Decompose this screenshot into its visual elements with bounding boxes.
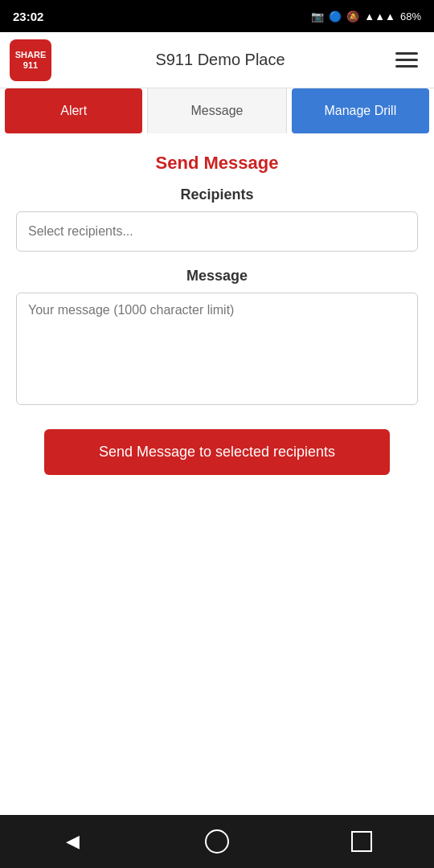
tab-message[interactable]: Message	[147, 88, 286, 133]
header-title: S911 Demo Place	[51, 51, 389, 69]
battery-icon: 68%	[400, 10, 421, 23]
status-icons: 📷 🔵 🔕 ▲▲▲ 68%	[311, 10, 421, 23]
nav-square-button[interactable]	[338, 824, 386, 859]
tab-bar: Alert Message Manage Drill	[0, 88, 434, 133]
svg-rect-2	[395, 65, 418, 68]
message-textarea[interactable]	[16, 293, 418, 405]
send-message-button[interactable]: Send Message to selected recipients	[44, 429, 390, 475]
square-icon	[351, 831, 372, 852]
svg-rect-1	[395, 59, 418, 61]
nav-bar: ◀	[0, 815, 434, 868]
app-header: SHARE911 S911 Demo Place	[0, 32, 434, 88]
status-bar: 23:02 📷 🔵 🔕 ▲▲▲ 68%	[0, 0, 434, 32]
nav-back-button[interactable]: ◀	[48, 824, 96, 859]
bluetooth-icon: 🔵	[329, 10, 342, 23]
app-logo: SHARE911	[10, 39, 51, 81]
tab-alert[interactable]: Alert	[5, 88, 142, 133]
tab-message-label: Message	[191, 104, 244, 118]
tab-drill-label: Manage Drill	[324, 104, 396, 118]
nav-home-button[interactable]	[193, 824, 241, 859]
message-label: Message	[16, 268, 418, 285]
recipients-label: Recipients	[16, 186, 418, 203]
menu-button[interactable]	[389, 43, 424, 78]
main-content: Send Message Recipients Message Send Mes…	[0, 133, 434, 815]
send-message-title: Send Message	[156, 153, 279, 174]
recipients-input[interactable]	[16, 211, 418, 252]
home-icon	[205, 829, 229, 854]
tab-alert-label: Alert	[60, 104, 87, 118]
mute-icon: 🔕	[346, 10, 359, 23]
status-time: 23:02	[13, 10, 43, 23]
tab-drill[interactable]: Manage Drill	[292, 88, 429, 133]
back-icon: ◀	[66, 831, 80, 852]
signal-icon: ▲▲▲	[364, 10, 395, 23]
svg-rect-0	[395, 52, 418, 55]
camera-icon: 📷	[311, 10, 324, 23]
